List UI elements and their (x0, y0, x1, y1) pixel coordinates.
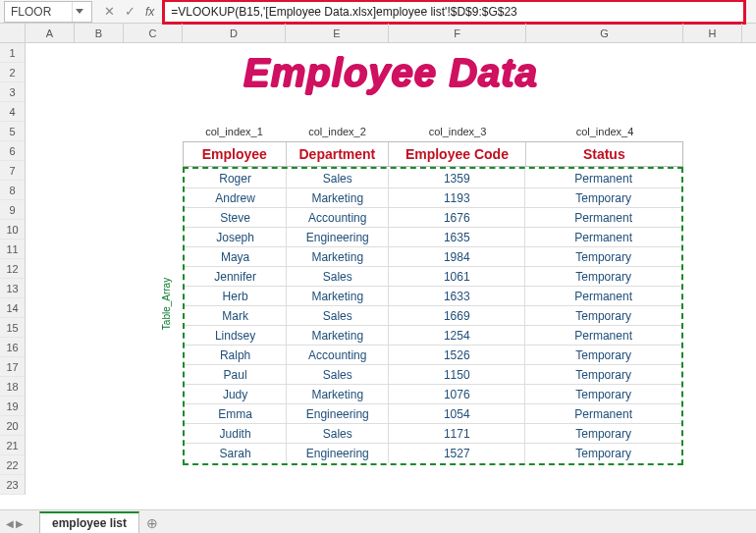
table-cell[interactable]: Temporary (525, 247, 681, 266)
column-header[interactable]: H (683, 24, 742, 42)
table-row[interactable]: AndrewMarketing1193Temporary (185, 188, 681, 208)
table-cell[interactable]: 1150 (389, 365, 525, 384)
table-row[interactable]: JudithSales1171Temporary (185, 424, 681, 444)
table-cell[interactable]: Sales (287, 306, 389, 325)
table-cell[interactable]: Sales (287, 267, 389, 286)
grid-area[interactable]: 1 2 3 4 5 6 7 8 9 10 11 12 13 14 15 16 1… (0, 43, 756, 509)
table-row[interactable]: EmmaEngineering1054Permanent (185, 404, 681, 424)
sheet-tab-active[interactable]: employee list (39, 511, 139, 533)
table-cell[interactable]: Permanent (525, 228, 681, 246)
row-header[interactable]: 10 (0, 220, 25, 240)
row-header[interactable]: 3 (0, 82, 25, 102)
table-cell[interactable]: Judy (185, 385, 287, 403)
row-header[interactable]: 5 (0, 122, 25, 141)
table-cell[interactable]: Marketing (287, 287, 389, 305)
table-cell[interactable]: Permanent (525, 169, 681, 187)
table-row[interactable]: RalphAccounting1526Temporary (185, 346, 681, 365)
column-header[interactable]: D (183, 24, 286, 42)
table-cell[interactable]: Sales (287, 169, 389, 187)
row-header[interactable]: 4 (0, 102, 25, 122)
table-cell[interactable]: Steve (185, 208, 287, 227)
column-header[interactable]: F (389, 24, 526, 42)
table-cell[interactable]: Temporary (525, 365, 681, 384)
table-cell[interactable]: Temporary (525, 444, 681, 463)
table-cell[interactable]: 1526 (389, 346, 525, 364)
enter-icon[interactable]: ✓ (125, 4, 135, 19)
name-box[interactable]: FLOOR (4, 1, 92, 23)
row-header[interactable]: 16 (0, 338, 25, 357)
name-box-dropdown-icon[interactable] (72, 2, 85, 22)
table-row[interactable]: PaulSales1150Temporary (185, 365, 681, 385)
table-cell[interactable]: Sarah (185, 444, 287, 463)
table-cell[interactable]: Marketing (287, 188, 389, 207)
table-cell[interactable]: Temporary (525, 346, 681, 364)
table-cell[interactable]: Temporary (525, 267, 681, 286)
table-cell[interactable]: Permanent (525, 287, 681, 305)
column-header[interactable]: A (26, 24, 75, 42)
tab-next-icon[interactable]: ▶ (16, 518, 24, 529)
row-header[interactable]: 22 (0, 455, 25, 475)
table-cell[interactable]: Permanent (525, 404, 681, 423)
table-row[interactable]: HerbMarketing1633Permanent (185, 287, 681, 306)
table-cell[interactable]: Roger (185, 169, 287, 187)
row-header[interactable]: 15 (0, 318, 25, 338)
table-cell[interactable]: Permanent (525, 326, 681, 345)
table-cell[interactable]: Paul (185, 365, 287, 384)
row-header[interactable]: 14 (0, 298, 25, 318)
table-cell[interactable]: Judith (185, 424, 287, 443)
table-row[interactable]: SteveAccounting1676Permanent (185, 208, 681, 228)
table-row[interactable]: RogerSales1359Permanent (185, 169, 681, 188)
table-row[interactable]: JudyMarketing1076Temporary (185, 385, 681, 404)
table-cell[interactable]: 1359 (389, 169, 525, 187)
row-header[interactable]: 13 (0, 279, 25, 298)
table-cell[interactable]: 1171 (389, 424, 525, 443)
row-header[interactable]: 17 (0, 357, 25, 377)
table-cell[interactable]: Marketing (287, 326, 389, 345)
table-cell[interactable]: 1193 (389, 188, 525, 207)
row-header[interactable]: 21 (0, 436, 25, 455)
row-header[interactable]: 9 (0, 200, 25, 220)
row-header[interactable]: 20 (0, 416, 25, 436)
table-cell[interactable]: 1061 (389, 267, 525, 286)
column-header[interactable]: C (124, 24, 183, 42)
row-header[interactable]: 23 (0, 475, 25, 495)
table-cell[interactable]: Sales (287, 424, 389, 443)
table-cell[interactable]: Engineering (287, 404, 389, 423)
table-row[interactable]: LindseyMarketing1254Permanent (185, 326, 681, 346)
table-row[interactable]: SarahEngineering1527Temporary (185, 444, 681, 463)
table-cell[interactable]: Engineering (287, 228, 389, 246)
table-cell[interactable]: Accounting (287, 346, 389, 364)
row-header[interactable]: 11 (0, 240, 25, 259)
table-cell[interactable]: Joseph (185, 228, 287, 246)
row-header[interactable]: 1 (0, 43, 25, 63)
table-cell[interactable]: 1633 (389, 287, 525, 305)
table-cell[interactable]: Andrew (185, 188, 287, 207)
formula-input[interactable]: =VLOOKUP(B15,'[Employee Data.xlsx]employ… (162, 0, 746, 25)
table-cell[interactable]: Maya (185, 247, 287, 266)
row-header[interactable]: 8 (0, 181, 25, 200)
table-cell[interactable]: Lindsey (185, 326, 287, 345)
table-cell[interactable]: Marketing (287, 247, 389, 266)
table-row[interactable]: JosephEngineering1635Permanent (185, 228, 681, 247)
column-header[interactable]: E (286, 24, 389, 42)
table-row[interactable]: MayaMarketing1984Temporary (185, 247, 681, 267)
table-cell[interactable]: 1254 (389, 326, 525, 345)
column-header[interactable]: B (75, 24, 124, 42)
row-header[interactable]: 7 (0, 161, 25, 181)
table-cell[interactable]: Jennifer (185, 267, 287, 286)
row-header[interactable]: 19 (0, 397, 25, 416)
table-cell[interactable]: 1984 (389, 247, 525, 266)
table-cell[interactable]: Herb (185, 287, 287, 305)
table-row[interactable]: JenniferSales1061Temporary (185, 267, 681, 287)
table-cell[interactable]: 1635 (389, 228, 525, 246)
table-cell[interactable]: Permanent (525, 208, 681, 227)
table-cell[interactable]: 1676 (389, 208, 525, 227)
column-header[interactable]: G (526, 24, 683, 42)
table-cell[interactable]: Temporary (525, 424, 681, 443)
tab-prev-icon[interactable]: ◀ (6, 518, 14, 529)
row-header[interactable]: 2 (0, 63, 25, 82)
table-row[interactable]: MarkSales1669Temporary (185, 306, 681, 326)
select-all-corner[interactable] (0, 24, 26, 42)
table-cell[interactable]: Mark (185, 306, 287, 325)
table-cell[interactable]: Emma (185, 404, 287, 423)
